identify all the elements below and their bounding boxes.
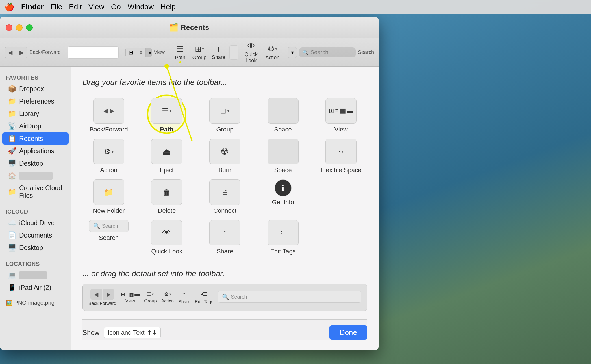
default-edit-tags-icon: 🏷 — [201, 290, 208, 298]
sidebar-item-ipad[interactable]: 📱 iPad Air (2) — [2, 281, 69, 294]
default-view[interactable]: ⊞ ≡ ▦ ▬ View — [121, 291, 140, 304]
action-chevron: ▾ — [275, 47, 277, 51]
toolbar-search-field[interactable]: 🔍 — [299, 47, 356, 57]
apple-menu[interactable]: 🍎 — [5, 2, 14, 12]
get-info-icon: ℹ — [281, 183, 284, 193]
finder-menu[interactable]: Finder — [21, 3, 44, 11]
toolbar-path-button[interactable]: ☰ Path — [172, 43, 189, 62]
go-menu[interactable]: Go — [111, 3, 121, 11]
window-menu[interactable]: Window — [128, 3, 154, 11]
customize-item-edit-tags[interactable]: 🏷 Edit Tags — [257, 220, 309, 255]
toolbar-divider-2 — [122, 45, 122, 60]
sidebar-item-dropbox[interactable]: 📦 Dropbox — [2, 83, 69, 95]
view-column-btn[interactable]: ▦ — [146, 48, 152, 57]
customize-item-burn[interactable]: ☢ Burn — [199, 139, 251, 174]
window-title: 🗂️ Recents — [169, 23, 209, 32]
customize-item-space2[interactable]: Space — [257, 139, 309, 174]
done-button[interactable]: Done — [329, 325, 367, 340]
png-file-item[interactable]: 🖼️ PNG image.png — [0, 294, 71, 308]
path-lines-icon: ☰ — [162, 107, 168, 115]
customize-item-delete[interactable]: 🗑 Delete — [141, 179, 193, 214]
toolbar-path-label: Path — [175, 55, 185, 61]
group-chevron: ▾ — [202, 47, 204, 51]
view-list-btn[interactable]: ≡ — [136, 48, 146, 57]
view-label: View — [154, 49, 165, 55]
default-search[interactable]: 🔍 Search — [218, 291, 361, 304]
default-share[interactable]: ↑ Share — [178, 290, 190, 304]
forward-button[interactable]: ▶ — [16, 47, 27, 58]
search-input[interactable] — [310, 49, 353, 56]
toolbar-action-button[interactable]: ⚙ ▾ Action — [264, 43, 281, 62]
default-search-box[interactable]: 🔍 Search — [218, 291, 361, 303]
maximize-button[interactable] — [26, 24, 33, 31]
customize-item-action[interactable]: ⚙ ▾ Action — [82, 139, 135, 174]
delete-icon-wrap: 🗑 — [151, 179, 182, 205]
sidebar-item-recents[interactable]: 📋 Recents — [2, 132, 69, 145]
edit-menu[interactable]: Edit — [69, 3, 82, 11]
sidebar-item-library[interactable]: 📁 Library — [2, 108, 69, 120]
window-title-text: Recents — [181, 23, 209, 32]
toolbar-dropdown[interactable]: ▾ — [288, 47, 297, 58]
toolbar-quick-look-button[interactable]: 👁 Quick Look — [240, 40, 262, 65]
default-back-forward[interactable]: ◀ ▶ Back/Forward — [88, 289, 116, 306]
file-menu[interactable]: File — [50, 3, 62, 11]
toolbar-share-button[interactable]: ↑ Share — [210, 43, 227, 62]
sidebar-item-icloud-drive[interactable]: ☁️ iCloud Drive — [2, 217, 69, 229]
view-icon-btn[interactable]: ⊞ — [126, 48, 136, 57]
sidebar-item-airdrop[interactable]: 📡 AirDrop — [2, 120, 69, 132]
mac-icon: 💻 — [8, 271, 16, 279]
default-action[interactable]: ⚙ ▾ Action — [161, 291, 174, 304]
recents-icon: 📋 — [8, 135, 16, 142]
default-group[interactable]: ☰ ▾ Group — [144, 291, 157, 304]
view-menu[interactable]: View — [88, 3, 104, 11]
toolbar-group-button[interactable]: ⊞ ▾ Group — [191, 43, 208, 62]
customize-item-connect[interactable]: 🖥 Connect — [199, 179, 251, 214]
action-customize-label: Action — [100, 166, 117, 174]
customize-item-group[interactable]: ⊞ ▾ Group — [199, 98, 251, 133]
customize-item-eject[interactable]: ⏏ Eject — [141, 139, 193, 174]
customize-item-space[interactable]: Space — [257, 98, 309, 133]
share-arrow-icon: ↑ — [223, 228, 227, 238]
customize-item-get-info[interactable]: ℹ Get Info — [257, 179, 309, 214]
sidebar-item-documents[interactable]: 📄 Documents — [2, 229, 69, 242]
back-button[interactable]: ◀ — [5, 47, 16, 58]
creative-cloud-label: Creative Cloud Files — [19, 184, 63, 199]
default-back-btn[interactable]: ◀ — [90, 289, 102, 300]
group-icon-wrap: ⊞ ▾ — [209, 98, 240, 124]
recents-label: Recents — [19, 135, 43, 142]
default-toolbar-bar[interactable]: ◀ ▶ Back/Forward ⊞ ≡ ▦ ▬ View — [82, 284, 367, 311]
sidebar-item-applications[interactable]: 🚀 Applications — [2, 145, 69, 157]
sidebar-item-mac[interactable]: 💻 ___ — [2, 269, 69, 281]
ipad-icon: 📱 — [8, 284, 16, 291]
png-file-icon: 🖼️ — [6, 300, 13, 306]
customize-item-new-folder[interactable]: 📁 New Folder — [82, 179, 135, 214]
customize-item-quick-look[interactable]: 👁 Quick Look — [141, 220, 193, 255]
customize-item-share[interactable]: ↑ Share — [199, 220, 251, 255]
default-forward-btn[interactable]: ▶ — [103, 289, 114, 300]
default-back-forward-label: Back/Forward — [88, 301, 116, 306]
minimize-button[interactable] — [16, 24, 23, 31]
default-edit-tags[interactable]: 🏷 Edit Tags — [195, 290, 214, 304]
help-menu[interactable]: Help — [160, 3, 175, 11]
address-bar[interactable] — [68, 46, 119, 59]
sidebar-item-creative-cloud[interactable]: 📁 Creative Cloud Files — [2, 182, 69, 202]
default-share-icon: ↑ — [183, 290, 186, 298]
quick-look-icon: 👁 — [247, 41, 255, 51]
dropbox-label: Dropbox — [19, 85, 44, 93]
customize-item-flexible-space[interactable]: ↔ Flexible Space — [315, 139, 367, 174]
sidebar-item-desktop-icloud[interactable]: 🖥️ Desktop — [2, 242, 69, 254]
customize-item-path[interactable]: ☰ ▾ Path — [141, 98, 193, 133]
sidebar-item-preferences[interactable]: 📁 Preferences — [2, 95, 69, 108]
default-group-label: Group — [144, 299, 157, 304]
customize-item-search[interactable]: 🔍 Search Search — [82, 220, 135, 255]
customize-item-back-forward[interactable]: ◀ ▶ Back/Forward — [82, 98, 135, 133]
airdrop-label: AirDrop — [19, 122, 41, 130]
flexible-space-icon-wrap: ↔ — [325, 139, 357, 164]
action-icon: ⚙ — [268, 44, 275, 54]
close-button[interactable] — [6, 24, 12, 31]
customize-item-view[interactable]: ⊞ ≡ ▦ ▬ View — [315, 98, 367, 133]
show-select[interactable]: Icon and Text ⬆⬇ — [104, 327, 160, 338]
sidebar-item-desktop-fav[interactable]: 🖥️ Desktop — [2, 157, 69, 170]
view-icon-wrap: ⊞ ≡ ▦ ▬ — [325, 98, 357, 124]
sidebar-item-home[interactable]: 🏠 ___ — [2, 170, 69, 182]
